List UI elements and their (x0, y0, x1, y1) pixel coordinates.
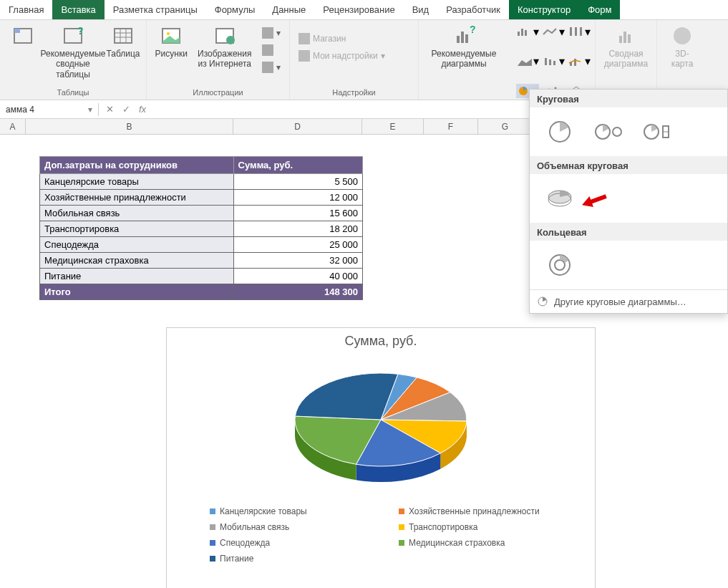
tab-insert[interactable]: Вставка (52, 0, 104, 19)
table-row: Спецодежда25 000 (40, 237, 363, 253)
table-button[interactable]: Таблица (106, 23, 140, 60)
col-G[interactable]: G (478, 119, 533, 134)
legend-label: Хозяйственные принадлежности (409, 506, 540, 516)
svg-rect-18 (521, 29, 523, 36)
legend-item: Транспортировка (399, 522, 566, 532)
tab-formulas[interactable]: Формулы (206, 0, 264, 19)
legend-swatch (210, 540, 215, 546)
pie-2d-option[interactable] (544, 119, 576, 145)
map3d-button[interactable]: 3D-карта (663, 23, 702, 71)
map3d-icon (671, 24, 694, 47)
pie-3d-option[interactable] (544, 185, 576, 211)
line-chart-button[interactable]: ▾ (542, 24, 565, 39)
addins-group-label: Надстройки (296, 87, 412, 98)
my-addins-button[interactable]: Мои надстройки ▾ (296, 49, 388, 63)
svg-rect-22 (580, 27, 582, 36)
data-table: Доп.затраты на сотрудников Сумма, руб. К… (39, 156, 363, 300)
svg-rect-14 (461, 32, 464, 43)
table-row: Мобильная связь15 600 (40, 206, 363, 221)
pivot-chart-button[interactable]: Сводная диаграмма (601, 23, 651, 71)
name-box[interactable]: амма 4▾ (0, 103, 99, 116)
pie-of-pie-option[interactable] (593, 119, 624, 145)
fx-icon[interactable]: fx (139, 104, 146, 115)
col-E[interactable]: E (362, 119, 424, 134)
col-F[interactable]: F (424, 119, 478, 134)
svg-text:?: ? (77, 25, 84, 37)
bar-of-pie-option[interactable] (641, 119, 673, 145)
col-D[interactable]: D (233, 119, 362, 134)
table-row: Канцелярские товары5 500 (40, 174, 363, 190)
doughnut-option[interactable] (544, 252, 576, 278)
tab-developer[interactable]: Разработчик (437, 0, 509, 19)
col-B[interactable]: B (26, 119, 233, 134)
store-button[interactable]: Магазин (296, 32, 388, 46)
smartart-button[interactable] (259, 43, 283, 57)
svg-marker-50 (580, 191, 608, 211)
store-icon (299, 33, 310, 44)
recommended-charts-button[interactable]: ? Рекомендуемые диаграммы (424, 23, 503, 71)
header-expenses: Доп.затраты на сотрудников (40, 157, 234, 174)
pivot-table-icon (11, 24, 34, 47)
more-pie-charts[interactable]: Другие круговые диаграммы… (530, 289, 727, 313)
combo-chart-button[interactable]: ▾ (568, 54, 591, 69)
area-chart-button[interactable]: ▾ (516, 54, 539, 69)
col-chart-button[interactable]: ▾ (568, 24, 591, 39)
table-row: Транспортировка18 200 (40, 221, 363, 237)
svg-point-38 (674, 27, 691, 44)
legend-item: Хозяйственные принадлежности (399, 506, 566, 516)
svg-marker-23 (518, 59, 532, 66)
legend-item: Питание (210, 554, 377, 564)
embedded-chart[interactable]: Сумма, руб. Канцелярские товарыХозяйстве… (166, 327, 596, 588)
tab-data[interactable]: Данные (263, 0, 314, 19)
legend-swatch (210, 509, 215, 514)
svg-rect-17 (518, 32, 520, 36)
svg-rect-21 (575, 27, 577, 36)
recommended-pivot-icon: ? (62, 24, 84, 47)
shapes-icon (262, 27, 273, 39)
svg-rect-26 (553, 61, 555, 65)
enter-icon[interactable]: ✓ (122, 104, 130, 115)
pie-chart-dropdown: Круговая Объемная круговая Кольцевая Дру… (529, 89, 728, 314)
tab-format[interactable]: Форм (579, 0, 620, 19)
shapes-button[interactable]: ▾ (259, 26, 283, 40)
legend-item: Канцелярские товары (210, 506, 377, 516)
legend-swatch (210, 556, 215, 562)
section-3d-pie: Объемная круговая (530, 156, 727, 174)
col-A[interactable]: A (0, 119, 26, 134)
legend-label: Транспортировка (409, 522, 477, 532)
tab-home[interactable]: Главная (0, 0, 52, 19)
svg-point-12 (226, 36, 235, 44)
stat-chart-button[interactable]: ▾ (542, 54, 565, 69)
ribbon-tabs: Главная Вставка Разметка страницы Формул… (0, 0, 728, 20)
tables-group-label: Таблицы (6, 87, 140, 98)
legend-swatch (399, 540, 404, 546)
tab-review[interactable]: Рецензирование (314, 0, 403, 19)
legend-item: Медицинская страховка (399, 538, 566, 548)
svg-rect-37 (628, 34, 631, 43)
pictures-icon (160, 24, 183, 47)
pictures-button[interactable]: Рисунки (152, 23, 190, 60)
svg-point-48 (555, 260, 565, 270)
tab-page-layout[interactable]: Разметка страницы (105, 0, 206, 19)
bar-chart-button[interactable]: ▾ (516, 24, 539, 39)
legend-label: Медицинская страховка (409, 538, 505, 548)
tab-view[interactable]: Вид (404, 0, 438, 19)
svg-rect-24 (545, 58, 547, 65)
pivot-table-button[interactable] (6, 23, 40, 49)
section-2d-pie: Круговая (530, 90, 727, 107)
svg-point-41 (613, 127, 621, 136)
smartart-icon (262, 44, 273, 56)
legend-swatch (210, 524, 215, 530)
section-doughnut: Кольцевая (530, 223, 727, 241)
header-sum: Сумма, руб. (233, 157, 362, 174)
chart-legend: Канцелярские товарыХозяйственные принадл… (167, 502, 595, 564)
screenshot-button[interactable]: ▾ (259, 60, 283, 74)
table-row: Хозяйственные принадлежности12 000 (40, 190, 363, 206)
legend-label: Питание (220, 554, 253, 564)
tab-design[interactable]: Конструктор (509, 0, 579, 19)
recommended-pivot-button[interactable]: ? Рекомендуемые сводные таблицы (44, 23, 102, 81)
table-row: Питание40 000 (40, 269, 363, 284)
cancel-icon[interactable]: ✕ (106, 104, 114, 115)
legend-swatch (399, 509, 404, 514)
online-pictures-button[interactable]: Изображения из Интернета (194, 23, 255, 71)
